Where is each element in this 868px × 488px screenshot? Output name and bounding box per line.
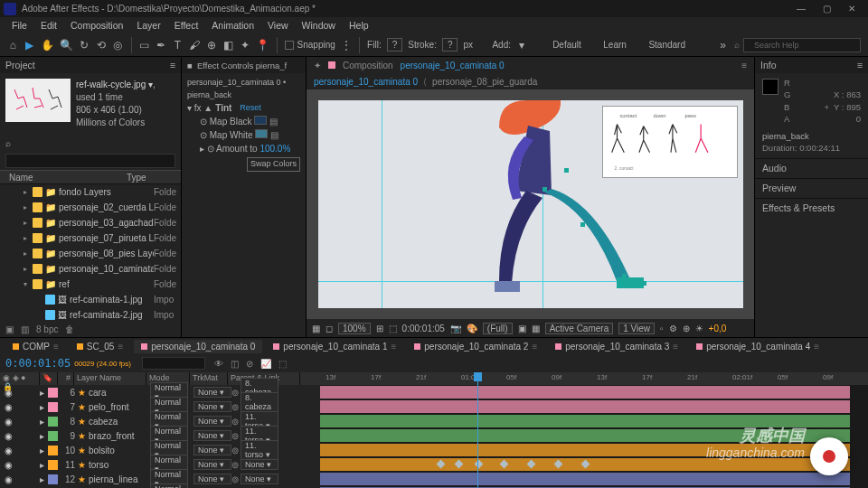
puppet-tool-icon[interactable]: 📍 (256, 38, 269, 52)
current-time-indicator[interactable] (477, 372, 478, 488)
tree-header: Name Type (0, 170, 181, 184)
mask-icon[interactable]: ◻ (326, 324, 333, 333)
menu-window[interactable]: Window (296, 18, 342, 33)
graph-editor-icon[interactable]: 📈 (260, 359, 271, 369)
clone-tool-icon[interactable]: ⊕ (205, 38, 217, 52)
transparency-icon[interactable]: ▦ (532, 324, 540, 333)
amount-value[interactable]: 100.0% (259, 144, 290, 154)
asset-thumbnail[interactable] (5, 79, 71, 122)
timeline-tab[interactable]: COMP ≡ (5, 340, 66, 353)
close-button[interactable]: ✕ (839, 4, 864, 14)
tree-row[interactable]: 🖼ref-caminata-1.jpgImpo (0, 292, 181, 307)
home-icon[interactable]: ⌂ (7, 38, 19, 52)
eraser-tool-icon[interactable]: ◧ (222, 38, 234, 52)
tree-row[interactable]: ▸📁personaje_10_caminata LayersFolde (0, 261, 181, 277)
resolution-dropdown[interactable]: (Full) (483, 323, 513, 334)
res-icon[interactable]: ⊞ (376, 324, 383, 333)
views-dropdown[interactable]: 1 View (618, 323, 655, 334)
preview-panel-header[interactable]: Preview (755, 178, 868, 198)
selection-tool-icon[interactable]: ▶ (24, 38, 36, 52)
tree-row[interactable]: ▾📁refFolde (0, 277, 181, 292)
shy-icon[interactable]: 👁 (214, 359, 223, 369)
draft-icon[interactable]: ⬚ (278, 359, 287, 369)
roto-tool-icon[interactable]: ✦ (239, 38, 250, 52)
audio-panel-header[interactable]: Audio (755, 158, 868, 178)
folder-icon[interactable]: ▣ (5, 324, 14, 334)
menu-composition[interactable]: Composition (64, 18, 129, 33)
swap-colors-button[interactable]: Swap Colors (247, 157, 300, 172)
draft3d-icon[interactable]: ▫ (660, 324, 664, 333)
timeline-search[interactable] (142, 357, 205, 370)
project-tree[interactable]: ▸📁fondo LayersFolde▸📁personaje_02_cuerda… (0, 184, 181, 321)
timeline-tab[interactable]: SC_05 ≡ (70, 340, 130, 353)
brush-tool-icon[interactable]: 🖌 (189, 38, 201, 52)
maximize-button[interactable]: ▢ (814, 4, 839, 14)
current-timecode[interactable]: 0:00:01:05 (5, 357, 71, 370)
rotate-tool-icon[interactable]: ⟲ (96, 38, 108, 52)
help-search[interactable]: ⌕ Search Help (734, 38, 861, 52)
trash-icon[interactable]: 🗑 (65, 324, 74, 334)
reset-button[interactable]: Reset (240, 102, 261, 115)
timeline-tab[interactable]: personaje_10_caminata 1 ≡ (266, 340, 403, 353)
info-title: Info (760, 60, 777, 70)
add-dropdown-icon[interactable]: ▾ (516, 38, 528, 52)
camera-dropdown[interactable]: Active Camera (545, 323, 614, 334)
viewport[interactable]: contactdownpass 2. contact (307, 89, 754, 319)
tree-row[interactable]: ▸📁personaje_08_pies LayersFolde (0, 246, 181, 261)
minimize-button[interactable]: — (788, 4, 814, 14)
pen-tool-icon[interactable]: ✒ (156, 38, 167, 52)
record-button[interactable] (810, 437, 848, 475)
orbit-tool-icon[interactable]: ↻ (79, 38, 90, 52)
stroke-swatch[interactable]: ? (442, 38, 458, 52)
snap-opt-icon[interactable]: ⋮ (341, 38, 353, 52)
exposure-value[interactable]: +0,0 (709, 324, 727, 333)
reference-image[interactable]: contactdownpass 2. contact (602, 106, 738, 178)
tree-row[interactable]: 🖼ref-caminata-2.jpgImpo (0, 307, 181, 321)
menu-file[interactable]: File (5, 18, 33, 33)
workspace-default[interactable]: Default (552, 40, 581, 50)
motion-blur-icon[interactable]: ⊘ (246, 359, 253, 369)
tree-row[interactable]: ▸📁personaje_07_pirueta LayersFolde (0, 230, 181, 246)
workspace-learn[interactable]: Learn (603, 40, 627, 50)
renderer-icon[interactable]: ⚙ (669, 324, 677, 333)
anchor-tool-icon[interactable]: ◎ (112, 38, 124, 52)
overflow-icon[interactable]: » (717, 38, 729, 52)
type-tool-icon[interactable]: T (172, 38, 184, 52)
guides-icon[interactable]: ⊕ (683, 324, 690, 333)
zoom-dropdown[interactable]: 100% (338, 323, 371, 334)
app-icon (4, 3, 16, 15)
tree-row[interactable]: ▸📁fondo LayersFolde (0, 184, 181, 200)
hand-tool-icon[interactable]: ✋ (41, 38, 54, 52)
fill-swatch[interactable]: ? (387, 38, 403, 52)
timeline-tab[interactable]: personaje_10_caminata 4 ≡ (689, 340, 826, 353)
roi-icon[interactable]: ▣ (518, 324, 526, 333)
comp-tab-name[interactable]: personaje_10_caminata 0 (401, 61, 505, 70)
workspace-standard[interactable]: Standard (648, 40, 685, 50)
project-search-input[interactable] (5, 154, 175, 168)
timeline-tab[interactable]: personaje_10_caminata 3 ≡ (548, 340, 685, 353)
snapping-toggle[interactable]: Snapping (285, 40, 335, 50)
menu-layer[interactable]: Layer (130, 18, 166, 33)
tree-row[interactable]: ▸📁personaje_03_agachada LayersFolde (0, 215, 181, 230)
tree-row[interactable]: ▸📁personaje_02_cuerda LayersFolde (0, 200, 181, 215)
map-white-swatch[interactable] (255, 129, 268, 138)
channel-icon[interactable]: ⬚ (389, 324, 397, 333)
exposure-icon[interactable]: ☀ (695, 324, 703, 333)
effects-presets-header[interactable]: Effects & Presets (755, 198, 868, 218)
timeline-tab[interactable]: personaje_10_caminata 0 (134, 340, 262, 353)
grid-icon[interactable]: ▦ (312, 324, 320, 333)
menu-animation[interactable]: Animation (205, 18, 260, 33)
zoom-tool-icon[interactable]: 🔍 (60, 38, 73, 52)
timeline-tab[interactable]: personaje_10_caminata 2 ≡ (407, 340, 544, 353)
menu-effect[interactable]: Effect (168, 18, 205, 33)
menu-help[interactable]: Help (343, 18, 375, 33)
snapshot-icon[interactable]: 📷 (450, 324, 461, 333)
menu-edit[interactable]: Edit (34, 18, 63, 33)
rectangle-tool-icon[interactable]: ▭ (138, 38, 150, 52)
color-icon[interactable]: 🎨 (467, 324, 477, 333)
menu-view[interactable]: View (261, 18, 295, 33)
map-black-swatch[interactable] (254, 116, 267, 125)
timecode-display[interactable]: 0:00:01:05 (402, 324, 445, 333)
new-comp-icon[interactable]: ▥ (21, 324, 29, 334)
frame-blend-icon[interactable]: ◫ (231, 359, 239, 369)
